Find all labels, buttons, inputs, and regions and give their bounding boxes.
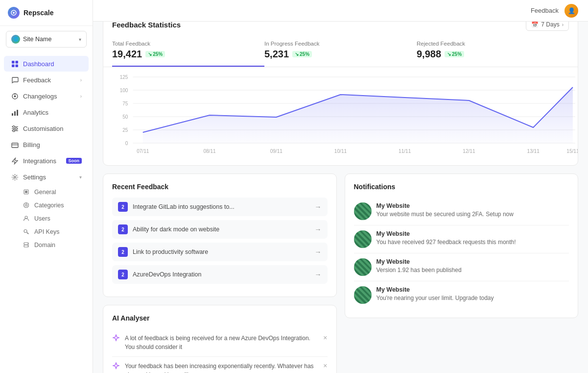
gear-icon	[11, 173, 19, 181]
categories-icon	[23, 201, 30, 209]
feedback-item[interactable]: 2 AzureDevOps Integration →	[112, 265, 328, 284]
logo-icon	[8, 7, 20, 19]
notif-desc: You have received 927 feedback requests …	[376, 238, 516, 247]
sidebar-item-api-keys[interactable]: API Keys	[4, 225, 89, 238]
metric-value: 9,988 ↘ 25%	[417, 49, 557, 60]
bottom-grid: Recent Feedback 2 Integrate GitLab into …	[103, 174, 578, 373]
close-icon[interactable]: ×	[323, 362, 327, 370]
metric-rejected[interactable]: Rejected Feedback 9,988 ↘ 25%	[417, 37, 569, 67]
sidebar-sub-label: Categories	[34, 202, 64, 209]
sidebar-item-label: Settings	[23, 174, 75, 181]
svg-text:0: 0	[125, 141, 128, 146]
recent-feedback-title: Recent Feedback	[112, 183, 328, 191]
trend-arrow: ↘	[295, 51, 299, 57]
feedback-text: Link to productivity software	[133, 249, 310, 255]
svg-rect-3	[15, 61, 18, 64]
svg-rect-5	[15, 64, 18, 67]
trend-value: 25%	[452, 51, 462, 57]
arrow-icon: →	[315, 225, 322, 233]
feedback-num: 2	[118, 270, 128, 279]
bar-chart-icon	[11, 108, 19, 116]
sidebar-item-users[interactable]: Users	[4, 212, 89, 225]
sidebar-item-changelogs[interactable]: Changelogs ›	[4, 88, 89, 104]
recent-feedback-card: Recent Feedback 2 Integrate GitLab into …	[103, 174, 337, 297]
sidebar-item-domain[interactable]: Domain	[4, 238, 89, 251]
trend-badge: ↘ 25%	[445, 51, 464, 57]
sidebar-item-billing[interactable]: Billing	[4, 137, 89, 152]
feedback-num: 2	[118, 202, 128, 212]
changelogs-icon	[11, 92, 19, 100]
feedback-link[interactable]: Feedback	[531, 7, 559, 14]
notification-item: My Website You have received 927 feedbac…	[354, 225, 569, 253]
metric-total[interactable]: Total Feedback 19,421 ↘ 25%	[112, 37, 264, 67]
zap-icon	[11, 157, 19, 165]
svg-point-1	[13, 12, 15, 14]
svg-point-30	[27, 243, 28, 244]
trend-badge: ↘ 25%	[292, 51, 312, 57]
svg-point-16	[15, 127, 17, 129]
sidebar-item-dashboard[interactable]: Dashboard	[4, 56, 89, 72]
site-icon: 🌐	[11, 35, 20, 44]
feedback-text: Ability for dark mode on website	[133, 226, 310, 233]
sidebar-nav: Dashboard Feedback › Changelogs ›	[0, 52, 93, 373]
sidebar-item-label: Integrations	[23, 157, 62, 165]
ai-analyser-title: AI Analyser	[112, 314, 328, 322]
trend-arrow: ↘	[447, 51, 451, 57]
svg-rect-21	[25, 191, 27, 193]
svg-text:100: 100	[120, 88, 128, 93]
sidebar-item-analytics[interactable]: Analytics	[4, 104, 89, 120]
sidebar-item-settings[interactable]: Settings ▾	[4, 169, 89, 185]
svg-text:12/11: 12/11	[463, 149, 475, 154]
sidebar-item-feedback[interactable]: Feedback ›	[4, 72, 89, 88]
message-icon	[11, 76, 19, 84]
user-avatar[interactable]: 👤	[564, 4, 578, 18]
chevron-right-icon: ›	[80, 77, 82, 83]
sidebar-item-integrations[interactable]: Integrations Soon	[4, 153, 89, 169]
chevron-down-icon: ▾	[79, 37, 81, 42]
sidebar-item-customisation[interactable]: Customisation	[4, 121, 89, 136]
notifications-title: Notifications	[354, 183, 569, 191]
ai-analyser-card: AI Analyser A lot of feedback is being r…	[103, 305, 337, 373]
close-icon[interactable]: ×	[323, 334, 327, 342]
metric-inprogress[interactable]: In Progress Feedback 5,231 ↘ 25%	[264, 37, 417, 67]
notif-site: My Website	[376, 258, 462, 265]
chevron-right-icon: ›	[80, 94, 82, 99]
svg-point-7	[14, 95, 16, 97]
svg-point-17	[13, 129, 15, 131]
svg-text:75: 75	[122, 101, 128, 106]
notif-site: My Website	[376, 286, 494, 293]
notif-avatar	[354, 230, 372, 248]
metric-label: Rejected Feedback	[417, 41, 557, 47]
arrow-icon: →	[315, 248, 322, 256]
sidebar-item-categories[interactable]: Categories	[4, 199, 89, 212]
site-selector[interactable]: 🌐 Site Name ▾	[6, 31, 87, 48]
notif-avatar	[354, 202, 372, 220]
svg-text:50: 50	[122, 114, 128, 120]
svg-point-19	[14, 176, 16, 178]
svg-text:15/11: 15/11	[566, 149, 578, 154]
feedback-item[interactable]: 2 Link to productivity software →	[112, 243, 328, 261]
feedback-item[interactable]: 2 Integrate GitLab into suggestions to..…	[112, 198, 328, 216]
sidebar-item-general[interactable]: General	[4, 185, 89, 199]
arrow-icon: →	[315, 203, 322, 211]
svg-text:125: 125	[120, 75, 128, 80]
layers-icon	[23, 188, 30, 196]
server-icon	[23, 241, 30, 249]
svg-point-25	[25, 216, 27, 219]
feedback-item[interactable]: 2 Ability for dark mode on website →	[112, 220, 328, 239]
sidebar-sub-label: General	[34, 189, 56, 196]
svg-text:08/11: 08/11	[203, 149, 216, 154]
sidebar-sub-label: Users	[34, 215, 50, 222]
feedback-text: AzureDevOps Integration	[133, 271, 310, 278]
feedback-text: Integrate GitLab into suggestions to...	[133, 203, 310, 210]
metric-number: 9,988	[417, 49, 441, 60]
sidebar-item-label: Changelogs	[23, 93, 76, 100]
svg-rect-9	[12, 113, 13, 116]
chart-area: 125 100 75 50 25 0	[103, 67, 578, 165]
svg-rect-11	[17, 110, 18, 116]
calendar-icon: 📅	[531, 21, 539, 28]
trend-value: 25%	[153, 51, 163, 57]
trend-arrow: ↘	[148, 51, 152, 57]
chevron-right-icon: ›	[562, 22, 564, 27]
svg-text:25: 25	[122, 127, 128, 133]
